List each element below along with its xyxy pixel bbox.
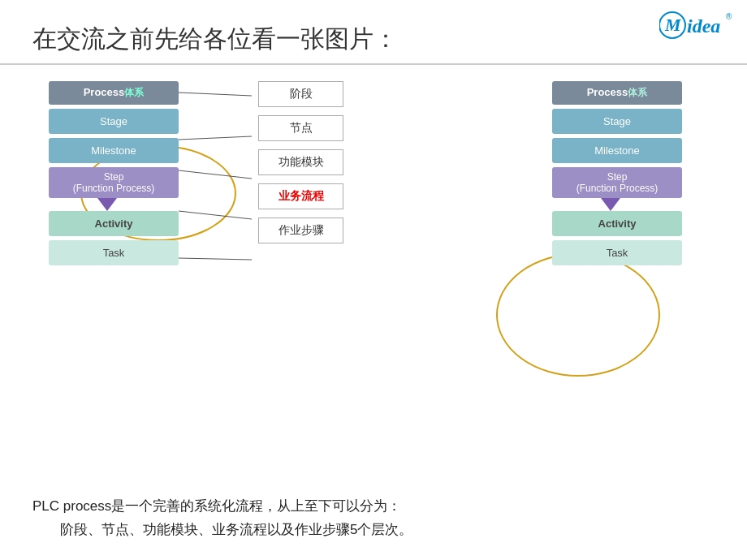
bottom-text: PLC process是一个完善的系统化流程，从上至下可以分为： 阶段、节点、功… xyxy=(32,495,715,542)
labels-area: 阶段 节点 功能模块 业务流程 作业步骤 xyxy=(258,81,348,252)
left-process-header: Process体系 xyxy=(49,81,179,105)
left-milestone-box: Milestone xyxy=(49,138,179,163)
right-step-box: Step (Function Process) xyxy=(552,167,682,198)
right-arrow xyxy=(601,198,620,211)
svg-text:idea: idea xyxy=(687,15,720,37)
left-step-box: Step (Function Process) xyxy=(49,167,179,198)
left-stage-box: Stage xyxy=(49,109,179,134)
label-4: 业务流程 xyxy=(258,183,343,209)
bottom-text-line2: 阶段、节点、功能模块、业务流程以及作业步骤5个层次。 xyxy=(32,519,715,542)
midea-logo: M idea ® xyxy=(659,8,732,42)
main-title: 在交流之前先给各位看一张图片： xyxy=(32,23,398,56)
label-3: 功能模块 xyxy=(258,149,343,175)
right-diagram: Process体系 Stage Milestone Step (Function… xyxy=(536,81,715,265)
left-activity-box: Activity xyxy=(49,211,179,236)
label-1: 阶段 xyxy=(258,81,343,107)
left-diagram: Process体系 Stage Milestone Step (Function… xyxy=(24,81,211,265)
right-milestone-box: Milestone xyxy=(552,138,682,163)
bottom-text-line1: PLC process是一个完善的系统化流程，从上至下可以分为： xyxy=(32,495,715,519)
svg-point-5 xyxy=(497,254,659,376)
right-stage-box: Stage xyxy=(552,109,682,134)
svg-text:®: ® xyxy=(726,12,732,21)
left-task-box: Task xyxy=(49,240,179,265)
right-process-header: Process体系 xyxy=(552,81,682,105)
title-divider xyxy=(0,63,747,65)
svg-text:M: M xyxy=(664,15,682,35)
right-task-box: Task xyxy=(552,240,682,265)
label-2: 节点 xyxy=(258,115,343,141)
right-activity-box: Activity xyxy=(552,211,682,236)
label-5: 作业步骤 xyxy=(258,218,343,243)
left-arrow xyxy=(97,198,117,211)
